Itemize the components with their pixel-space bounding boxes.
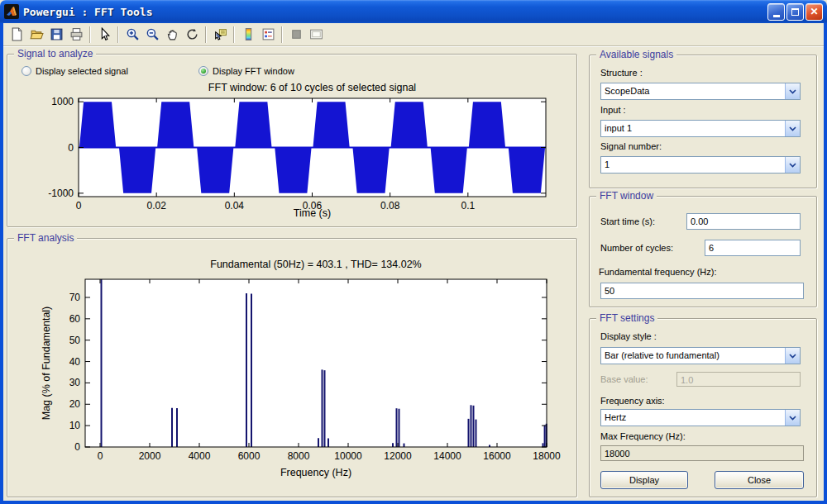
chevron-down-icon[interactable] — [785, 83, 800, 99]
print-button[interactable] — [66, 25, 86, 44]
data-cursor-icon — [213, 27, 227, 41]
svg-text:0: 0 — [98, 450, 103, 462]
minimize-button[interactable] — [767, 3, 785, 21]
svg-text:14000: 14000 — [433, 450, 461, 462]
available-signals-title: Available signals — [596, 49, 676, 60]
new-document-icon — [10, 27, 24, 41]
svg-text:0: 0 — [68, 142, 74, 154]
chevron-down-icon[interactable] — [785, 121, 800, 136]
zoom-in-button[interactable] — [122, 25, 142, 44]
disabled-box-icon — [289, 27, 304, 41]
svg-text:-1000: -1000 — [48, 188, 74, 199]
svg-text:6000: 6000 — [238, 450, 261, 462]
display-button[interactable]: Display — [600, 471, 688, 489]
colorbar-icon — [241, 27, 256, 41]
toolbar-separator — [117, 26, 119, 43]
close-icon: ✕ — [810, 7, 818, 17]
save-icon — [50, 27, 64, 41]
display-style-select[interactable]: Bar (relative to fundamental) — [600, 347, 801, 364]
svg-text:12000: 12000 — [384, 450, 412, 462]
minimize-icon — [773, 15, 780, 17]
svg-text:Fundamental (50Hz) = 403.1 , T: Fundamental (50Hz) = 403.1 , THD= 134.02… — [210, 259, 421, 270]
fft-spectrum-plot: 0200040006000800010000120001400016000180… — [33, 248, 571, 494]
powergui-fft-tools-window: Powergui : FFT Tools ✕ — [0, 0, 827, 504]
structure-select[interactable]: ScopeData — [600, 83, 801, 100]
svg-text:1000: 1000 — [51, 96, 74, 107]
svg-text:20: 20 — [69, 398, 81, 410]
matlab-app-icon[interactable] — [4, 4, 19, 19]
fft-analysis-title: FFT analysis — [14, 232, 77, 244]
svg-text:Frequency (Hz): Frequency (Hz) — [280, 467, 351, 478]
svg-text:0: 0 — [74, 441, 80, 453]
svg-text:40: 40 — [69, 356, 81, 368]
input-select[interactable]: input 1 — [600, 120, 801, 137]
fft-settings-title: FFT settings — [596, 312, 657, 324]
svg-text:60: 60 — [69, 313, 81, 325]
window-border-right — [824, 23, 827, 504]
radio-display-selected-signal-label: Display selected signal — [36, 66, 128, 76]
frequency-axis-select[interactable]: Hertz — [600, 409, 801, 426]
toolbar — [3, 23, 824, 46]
chevron-down-icon[interactable] — [785, 157, 800, 173]
save-button[interactable] — [46, 25, 66, 44]
svg-text:16000: 16000 — [483, 450, 511, 462]
radio-selected-icon — [198, 66, 208, 76]
max-frequency-label: Max Frequency (Hz): — [600, 431, 686, 441]
chevron-down-icon[interactable] — [785, 348, 800, 364]
display-style-label: Display style : — [600, 331, 657, 341]
number-of-cycles-label: Number of cycles: — [600, 243, 673, 253]
base-value-input: 1.0 — [676, 372, 801, 387]
fft-window-title: FFT window — [596, 190, 657, 202]
svg-text:Time (s): Time (s) — [294, 207, 331, 219]
svg-text:10000: 10000 — [334, 450, 362, 462]
input-label: Input : — [600, 105, 626, 115]
zoom-in-icon — [126, 27, 140, 41]
svg-text:50: 50 — [69, 335, 81, 346]
svg-text:8000: 8000 — [288, 450, 310, 462]
pointer-icon — [98, 27, 112, 41]
pointer-tool-button[interactable] — [94, 25, 114, 44]
insert-legend-button[interactable] — [258, 25, 278, 44]
fundamental-frequency-label: Fundamental frequency (Hz): — [599, 267, 716, 277]
frequency-axis-label: Frequency axis: — [600, 396, 665, 406]
radio-display-selected-signal[interactable]: Display selected signal — [22, 66, 128, 76]
open-folder-icon — [30, 27, 44, 41]
print-icon — [69, 27, 84, 41]
new-document-button[interactable] — [7, 25, 26, 44]
svg-text:70: 70 — [69, 292, 81, 303]
open-file-button[interactable] — [26, 25, 46, 44]
zoom-out-icon — [146, 27, 160, 41]
pan-tool-button[interactable] — [162, 25, 182, 44]
radio-unselected-icon — [22, 66, 31, 76]
signal-number-label: Signal number: — [600, 141, 662, 151]
maximize-icon — [791, 8, 799, 16]
frequency-axis-value: Hertz — [601, 410, 785, 426]
svg-text:0: 0 — [76, 200, 82, 212]
maximize-button[interactable] — [786, 3, 804, 21]
structure-label: Structure : — [600, 68, 643, 78]
svg-text:18000: 18000 — [533, 450, 561, 462]
svg-text:0.1: 0.1 — [461, 200, 475, 212]
number-of-cycles-input[interactable]: 6 — [705, 240, 801, 256]
toolbar-separator — [89, 26, 91, 43]
radio-display-fft-window[interactable]: Display FFT window — [198, 66, 294, 76]
close-action-button[interactable]: Close — [715, 471, 804, 489]
start-time-input[interactable]: 0.00 — [686, 213, 801, 230]
pan-hand-icon — [165, 27, 179, 41]
close-button[interactable]: ✕ — [805, 3, 823, 21]
data-cursor-button[interactable] — [210, 25, 230, 44]
signal-number-select[interactable]: 1 — [600, 156, 801, 174]
svg-text:0.08: 0.08 — [380, 200, 400, 212]
structure-value: ScopeData — [601, 83, 785, 99]
svg-text:FFT window: 6 of 10 cycles of: FFT window: 6 of 10 cycles of selected s… — [208, 82, 416, 93]
fundamental-frequency-input[interactable]: 50 — [600, 283, 804, 299]
toolbar-separator — [281, 26, 283, 43]
chevron-down-icon[interactable] — [785, 410, 800, 426]
insert-colorbar-button[interactable] — [238, 25, 258, 44]
max-frequency-input[interactable]: 18000 — [600, 445, 804, 461]
rotate-3d-button[interactable] — [182, 25, 202, 44]
legend-icon — [261, 27, 275, 41]
window-title: Powergui : FFT Tools — [23, 6, 766, 18]
input-value: input 1 — [601, 121, 785, 136]
zoom-out-button[interactable] — [142, 25, 162, 44]
